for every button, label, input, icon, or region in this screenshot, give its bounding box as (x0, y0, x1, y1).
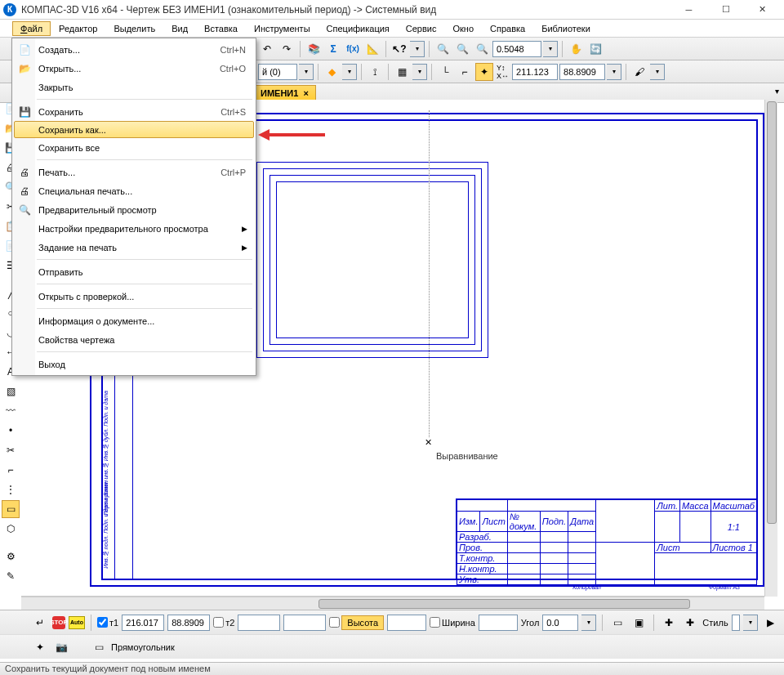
tool-hatch[interactable]: ▧ (2, 382, 20, 400)
tool-spline[interactable]: 〰 (2, 402, 20, 420)
style-selector[interactable] (732, 615, 740, 631)
scroll-right-button[interactable]: ▶ (761, 614, 779, 632)
menu-item-preview[interactable]: 🔍Предварительный просмотр (14, 200, 254, 219)
menu-item-save[interactable]: 💾СохранитьCtrl+S (14, 102, 254, 121)
height-input[interactable] (387, 615, 426, 631)
dimension-button[interactable]: ⟟ (366, 63, 384, 81)
angle-input[interactable] (542, 615, 578, 631)
grid-button[interactable]: ▦ (393, 63, 411, 81)
menu-item-create[interactable]: 📄Создать...Ctrl+N (14, 40, 254, 59)
height-checkbox[interactable] (329, 617, 340, 628)
coord-y-input[interactable] (559, 64, 605, 80)
tool-trim[interactable]: ✂ (2, 441, 20, 459)
menu-window[interactable]: Окно (444, 21, 482, 36)
close-button[interactable]: ✕ (744, 0, 781, 20)
layer-input[interactable] (258, 64, 297, 80)
snap-cam-button[interactable]: 📷 (52, 638, 70, 656)
coord-dropdown[interactable]: ▾ (607, 64, 621, 80)
width-input[interactable] (479, 615, 518, 631)
tool-fillet[interactable]: ⌐ (2, 461, 20, 479)
minimize-button[interactable]: ─ (670, 0, 707, 20)
measure-button[interactable]: 📐 (363, 40, 381, 58)
b-y-input[interactable] (167, 615, 210, 631)
tool-rectangle[interactable]: ▭ (2, 500, 20, 518)
rect-mode1-button[interactable]: ▭ (608, 614, 626, 632)
horizontal-scrollbar[interactable] (21, 597, 764, 610)
brush-dropdown[interactable]: ▾ (650, 64, 665, 80)
menu-help[interactable]: Справка (482, 21, 533, 36)
pan-button[interactable]: ✋ (567, 40, 585, 58)
doc-tab-active[interactable]: ИМЕНИ1 × (253, 85, 316, 101)
linetype-button[interactable]: ◆ (323, 63, 341, 81)
zoom-window-button[interactable]: 🔍 (453, 40, 471, 58)
maximize-button[interactable]: ☐ (707, 0, 744, 20)
snap-obj-button[interactable]: ✦ (31, 638, 49, 656)
library-button[interactable]: 📚 (305, 40, 323, 58)
refresh-button[interactable]: 🔄 (586, 40, 604, 58)
tool-params[interactable]: ⚙ (2, 548, 20, 565)
zoom-input[interactable] (492, 41, 541, 57)
close-tab-icon[interactable]: × (303, 88, 308, 98)
menu-spec[interactable]: Спецификация (318, 21, 398, 36)
tool-point[interactable]: • (2, 422, 20, 440)
menu-select[interactable]: Выделить (105, 21, 163, 36)
auto-icon[interactable]: Auto (69, 616, 85, 629)
t1-checkbox[interactable] (97, 617, 108, 628)
menu-item-save-all[interactable]: Сохранить все (14, 138, 254, 157)
b-x2-input[interactable] (238, 615, 280, 631)
zoom-prev-button[interactable]: 🔍 (473, 40, 491, 58)
rect-mode2-button[interactable]: ▣ (630, 614, 648, 632)
style-dropdown[interactable]: ▾ (743, 615, 758, 631)
menu-insert[interactable]: Вставка (196, 21, 246, 36)
help-dropdown[interactable]: ▾ (410, 41, 425, 57)
menu-item-save-as[interactable]: Сохранить как... (14, 121, 254, 138)
menu-item-print-job[interactable]: Задание на печать▶ (14, 238, 254, 257)
menu-item-print-special[interactable]: 🖨Специальная печать... (14, 181, 254, 200)
axis2-button[interactable]: ✚ (681, 614, 699, 632)
menu-view[interactable]: Вид (163, 21, 196, 36)
ortho-button[interactable]: └ (436, 63, 454, 81)
width-checkbox[interactable] (430, 617, 440, 628)
tab-menu-icon[interactable]: ▾ (775, 87, 779, 96)
stop-icon[interactable]: STOP (52, 616, 65, 629)
menu-item-print[interactable]: 🖨Печать...Ctrl+P (14, 163, 254, 181)
coord-x-input[interactable] (512, 64, 558, 80)
zoom-fit-button[interactable]: 🔍 (434, 40, 452, 58)
menu-item-doc-props[interactable]: Свойства чертежа (14, 330, 254, 349)
menu-item-preview-settings[interactable]: Настройки предварительного просмотра▶ (14, 219, 254, 238)
b-x-input[interactable] (122, 615, 164, 631)
undo-button[interactable]: ↶ (258, 40, 276, 58)
snap-button[interactable]: ✦ (475, 63, 493, 81)
help-cursor-button[interactable]: ↖? (390, 40, 408, 58)
variables-button[interactable]: Σ (324, 40, 342, 58)
linetype-dropdown[interactable]: ▾ (342, 64, 357, 80)
axis-button[interactable]: ✚ (660, 614, 678, 632)
menu-item-close[interactable]: Закрыть (14, 78, 254, 96)
menu-libs[interactable]: Библиотеки (533, 21, 599, 36)
menu-item-send[interactable]: Отправить (14, 262, 254, 281)
b-y2-input[interactable] (283, 615, 326, 631)
style-label: Стиль (702, 618, 728, 628)
menu-item-open[interactable]: 📂Открыть...Ctrl+O (14, 59, 254, 78)
t2-checkbox[interactable] (213, 617, 224, 628)
fx-button[interactable]: f(x) (344, 40, 362, 58)
brush-button[interactable]: 🖌 (630, 63, 648, 81)
menu-item-open-check[interactable]: Открыть с проверкой... (14, 287, 254, 306)
menu-item-doc-info[interactable]: Информация о документе... (14, 311, 254, 330)
menu-file[interactable]: Файл (12, 21, 51, 36)
zoom-dropdown[interactable]: ▾ (543, 41, 558, 57)
tool-aux[interactable]: ⋮ (2, 481, 20, 498)
snap-round-button[interactable]: ⌐ (456, 63, 474, 81)
tool-polygon[interactable]: ⬡ (2, 520, 20, 538)
layer-dropdown[interactable]: ▾ (299, 64, 314, 80)
menu-item-exit[interactable]: Выход (14, 355, 254, 373)
redo-button[interactable]: ↷ (278, 40, 296, 58)
vertical-scrollbar[interactable] (764, 100, 777, 597)
menu-tools[interactable]: Инструменты (246, 21, 318, 36)
menu-edit[interactable]: Редактор (51, 21, 105, 36)
menu-service[interactable]: Сервис (398, 21, 445, 36)
tool-edit[interactable]: ✎ (2, 567, 20, 585)
apply-button[interactable]: ↵ (31, 614, 49, 632)
grid-dropdown[interactable]: ▾ (412, 64, 427, 80)
angle-dropdown[interactable]: ▾ (581, 615, 596, 631)
